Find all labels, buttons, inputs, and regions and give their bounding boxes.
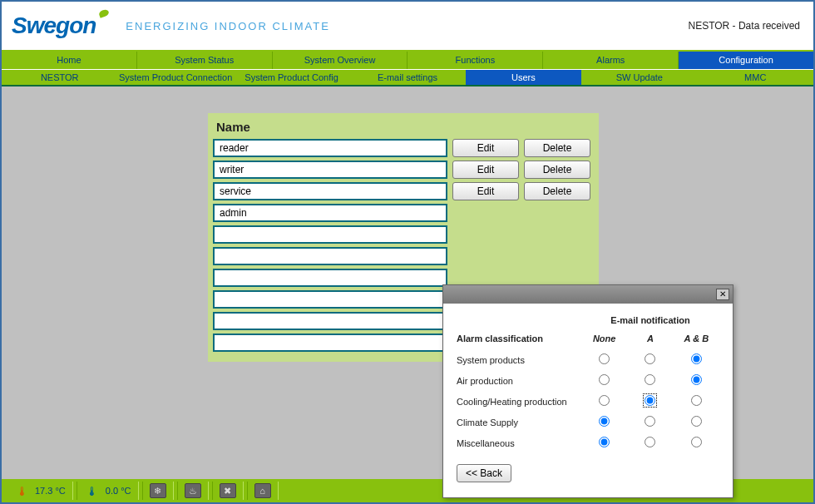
radio-cell	[581, 395, 627, 408]
radio-cell	[581, 416, 627, 428]
nav1-tab-functions[interactable]: Functions	[407, 52, 542, 69]
alarm-radio[interactable]	[645, 353, 655, 364]
col-a: A	[627, 334, 673, 343]
alarm-row-label: System products	[457, 355, 581, 365]
radio-cell	[674, 395, 719, 408]
user-name-input[interactable]	[213, 290, 447, 309]
alarm-radio[interactable]	[691, 416, 702, 427]
dialog-super-header: E-mail notification	[457, 315, 719, 325]
alarm-radio[interactable]	[691, 374, 702, 385]
user-name-input[interactable]	[213, 312, 447, 330]
user-row	[213, 204, 594, 222]
alarm-radio[interactable]	[691, 395, 702, 406]
dialog-column-headers: Alarm classification None A A & B	[457, 334, 719, 343]
logo: Swegon	[12, 12, 107, 39]
alarm-row: Air production	[457, 374, 719, 387]
nav2-tab-users[interactable]: Users	[466, 70, 581, 85]
edit-button[interactable]: Edit	[452, 161, 519, 179]
nav1-tab-alarms[interactable]: Alarms	[542, 52, 678, 69]
alarm-row: System products	[457, 353, 719, 366]
delete-button[interactable]: Delete	[524, 139, 590, 157]
radio-cell	[627, 395, 673, 408]
alarm-radio[interactable]	[691, 437, 702, 447]
footer-icon-off[interactable]: ✖	[212, 482, 244, 500]
user-row: EditDelete	[213, 139, 594, 157]
nav2-tab-e-mail-settings[interactable]: E-mail settings	[349, 70, 465, 85]
nav2-tab-system-product-connection[interactable]: System Product Connection	[117, 70, 233, 85]
nav1-tab-system-status[interactable]: System Status	[136, 52, 272, 69]
footer-temp-outdoor: 🌡 17.3 °C	[7, 482, 73, 500]
alarm-row: Miscellaneous	[457, 437, 719, 449]
user-name-input[interactable]	[213, 204, 447, 222]
footer-icon-home[interactable]: ⌂	[247, 482, 279, 500]
alarm-radio[interactable]	[645, 437, 655, 447]
secondary-nav: NESTORSystem Product ConnectionSystem Pr…	[2, 69, 813, 86]
alarm-radio[interactable]	[645, 395, 655, 406]
row-header-label: Alarm classification	[457, 334, 581, 343]
footer-temp-supply: 🌡 0.0 °C	[77, 482, 139, 500]
snowflake-icon: ❄	[150, 483, 166, 498]
house-icon: ⌂	[254, 483, 271, 498]
radio-cell	[674, 374, 719, 387]
alarm-row: Climate Supply	[457, 416, 719, 428]
radio-cell	[627, 374, 673, 387]
delete-button[interactable]: Delete	[524, 182, 590, 200]
alarm-radio[interactable]	[599, 353, 610, 364]
dialog-body: E-mail notification Alarm classification…	[443, 304, 733, 497]
user-name-input[interactable]	[213, 182, 447, 200]
back-button[interactable]: << Back	[457, 464, 511, 482]
temp1-value: 17.3 °C	[35, 486, 66, 496]
dialog-titlebar[interactable]: ✕	[443, 285, 733, 304]
col-a-and-b: A & B	[674, 334, 719, 343]
radio-cell	[627, 416, 673, 428]
nav2-tab-sw-update[interactable]: SW Update	[581, 70, 697, 85]
close-icon[interactable]: ✕	[716, 289, 729, 300]
user-name-input[interactable]	[213, 247, 447, 265]
user-name-input[interactable]	[213, 161, 447, 179]
nav1-tab-home[interactable]: Home	[2, 52, 136, 69]
radio-cell	[627, 353, 673, 366]
nav1-tab-system-overview[interactable]: System Overview	[272, 52, 408, 69]
alarm-radio[interactable]	[599, 416, 610, 427]
user-name-input[interactable]	[213, 334, 447, 352]
edit-button[interactable]: Edit	[452, 139, 519, 157]
nav2-tab-system-product-config[interactable]: System Product Config	[234, 70, 349, 85]
footer-icon-cooling[interactable]: ❄	[142, 482, 174, 500]
alarm-row-label: Cooling/Heating production	[457, 397, 581, 407]
alarm-row-label: Miscellaneous	[457, 438, 581, 448]
logo-text: Swegon	[12, 12, 96, 38]
x-icon: ✖	[220, 483, 236, 498]
temp2-value: 0.0 °C	[106, 486, 131, 496]
nav2-tab-nestor[interactable]: NESTOR	[2, 70, 117, 85]
user-row: EditDelete	[213, 182, 594, 200]
alarm-radio[interactable]	[645, 374, 655, 385]
heat-icon: ♨	[185, 483, 201, 498]
user-name-input[interactable]	[213, 139, 447, 157]
content-area: Name EditDeleteEditDeleteEditDelete ✕ E-…	[2, 86, 813, 479]
thermometer-icon: 🌡	[13, 483, 30, 498]
alarm-radio[interactable]	[691, 353, 702, 364]
alarm-radio[interactable]	[645, 416, 655, 427]
app-window: Swegon ENERGIZING INDOOR CLIMATE NESTOR …	[2, 2, 813, 502]
footer-icon-heating[interactable]: ♨	[177, 482, 209, 500]
user-name-input[interactable]	[213, 269, 447, 287]
panel-title: Name	[213, 118, 594, 139]
radio-cell	[674, 437, 719, 449]
delete-button[interactable]: Delete	[524, 161, 590, 179]
nav2-tab-mmc[interactable]: MMC	[698, 70, 813, 85]
nav1-tab-configuration[interactable]: Configuration	[678, 52, 813, 69]
col-none: None	[581, 334, 627, 343]
user-row	[213, 225, 594, 244]
radio-cell	[674, 353, 719, 366]
radio-cell	[627, 437, 673, 449]
alarm-radio[interactable]	[599, 437, 610, 447]
email-notification-dialog: ✕ E-mail notification Alarm classificati…	[442, 284, 734, 498]
alarm-row-label: Air production	[457, 376, 581, 386]
radio-cell	[674, 416, 719, 428]
alarm-radio[interactable]	[599, 395, 610, 406]
edit-button[interactable]: Edit	[452, 182, 519, 200]
user-name-input[interactable]	[213, 225, 447, 244]
alarm-row: Cooling/Heating production	[457, 395, 719, 408]
alarm-radio[interactable]	[599, 374, 610, 385]
status-text: NESTOR - Data received	[689, 20, 801, 32]
